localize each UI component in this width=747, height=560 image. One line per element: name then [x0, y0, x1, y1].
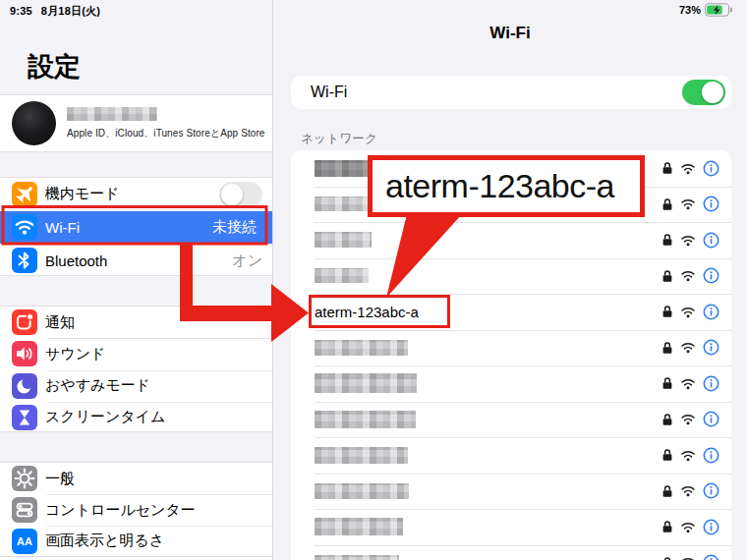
sidebar-group-general: 一般 コントロールセンター AA 画面表示と明るさ	[0, 462, 272, 560]
network-info-button[interactable]	[703, 267, 719, 284]
lock-icon	[661, 233, 673, 247]
wifi-network-row[interactable]	[291, 365, 731, 402]
network-info-button[interactable]	[703, 196, 719, 212]
network-row-icons	[661, 196, 719, 212]
wifi-signal-icon	[680, 413, 696, 425]
network-row-icons	[661, 160, 719, 177]
network-name-blurred	[315, 232, 372, 248]
network-info-button[interactable]	[703, 482, 719, 499]
network-info-button[interactable]	[703, 447, 719, 464]
network-row-icons	[661, 482, 719, 499]
sidebar-item-display-brightness[interactable]: AA 画面表示と明るさ	[0, 526, 272, 557]
network-name-blurred	[315, 447, 408, 464]
sidebar-item-label: 機内モード	[45, 185, 120, 203]
wifi-signal-icon	[680, 449, 696, 462]
lock-icon	[661, 341, 673, 355]
network-row-icons	[661, 304, 719, 320]
lock-icon	[661, 376, 673, 390]
network-name-blurred	[315, 411, 416, 428]
panel-title: Wi-Fi	[273, 24, 747, 43]
sidebar-group-connectivity: 機内モード Wi-Fi 未接続 Bluetooth オン	[0, 177, 272, 276]
wifi-network-row-named[interactable]: aterm-123abc-a	[291, 294, 731, 330]
wifi-signal-icon	[680, 234, 696, 247]
network-row-icons	[661, 554, 719, 560]
wifi-icon	[12, 214, 37, 240]
network-info-button[interactable]	[703, 339, 719, 356]
lock-icon	[661, 484, 673, 498]
network-row-icons	[661, 339, 719, 356]
wifi-signal-icon	[680, 377, 696, 390]
network-row-icons	[661, 411, 719, 427]
hourglass-icon	[12, 405, 37, 430]
control-center-icon	[12, 497, 37, 523]
network-info-button[interactable]	[703, 304, 719, 320]
sidebar-item-notifications[interactable]: 通知	[0, 307, 272, 338]
wifi-network-row[interactable]	[291, 509, 731, 545]
wifi-signal-icon	[680, 521, 696, 533]
wifi-network-row[interactable]	[291, 258, 731, 295]
wifi-network-row[interactable]	[291, 402, 731, 438]
status-date: 8月18日(火)	[41, 5, 100, 17]
sidebar-item-bluetooth[interactable]: Bluetooth オン	[0, 244, 272, 277]
lock-icon	[661, 197, 673, 211]
sidebar-item-label: 画面表示と明るさ	[45, 532, 164, 550]
wifi-toggle-row: Wi-Fi	[291, 76, 731, 109]
wifi-signal-icon	[680, 341, 696, 354]
wifi-network-row[interactable]	[291, 222, 731, 258]
network-info-button[interactable]	[703, 160, 719, 177]
sidebar-item-wifi[interactable]: Wi-Fi 未接続	[0, 211, 272, 245]
network-name-blurred	[315, 196, 370, 211]
wifi-network-row[interactable]	[291, 330, 731, 366]
network-name: aterm-123abc-a	[315, 304, 419, 320]
callout-text: aterm-123abc-a	[385, 167, 614, 205]
profile-subtitle: Apple ID、iCloud、iTunes StoreとApp Store	[67, 127, 265, 140]
lock-icon	[661, 413, 673, 426]
sidebar-item-screen-time[interactable]: スクリーンタイム	[0, 402, 272, 433]
wifi-signal-icon	[680, 306, 696, 318]
display-brightness-icon: AA	[12, 529, 37, 554]
network-name-blurred	[315, 268, 369, 283]
wifi-toggle[interactable]	[682, 80, 725, 105]
airplane-mode-toggle[interactable]	[219, 182, 262, 207]
bluetooth-status-value: オン	[232, 252, 262, 270]
wifi-signal-icon	[680, 484, 696, 497]
network-row-icons	[661, 375, 719, 392]
network-info-button[interactable]	[703, 411, 719, 427]
battery-percent: 73%	[679, 4, 701, 16]
wifi-network-row[interactable]	[291, 474, 731, 510]
wifi-network-row[interactable]	[291, 437, 731, 474]
network-info-button[interactable]	[703, 519, 719, 535]
apple-id-row[interactable]: Apple ID、iCloud、iTunes StoreとApp Store	[0, 94, 272, 152]
sidebar-item-label: おやすみモード	[45, 376, 150, 395]
sidebar-item-label: 一般	[45, 470, 75, 488]
network-name-callout: aterm-123abc-a	[368, 155, 645, 217]
bluetooth-icon	[12, 248, 37, 273]
lock-icon	[661, 269, 673, 283]
sidebar-item-do-not-disturb[interactable]: おやすみモード	[0, 370, 272, 402]
sidebar-item-sounds[interactable]: サウンド	[0, 338, 272, 369]
network-section-label: ネットワーク	[301, 131, 377, 147]
lock-icon	[661, 448, 673, 462]
sidebar-item-general[interactable]: 一般	[0, 463, 272, 494]
network-info-button[interactable]	[703, 232, 719, 249]
network-name-blurred	[315, 518, 403, 535]
wifi-network-row[interactable]	[291, 545, 731, 560]
network-row-icons	[661, 447, 719, 464]
network-info-button[interactable]	[703, 375, 719, 392]
gear-icon	[12, 466, 37, 491]
sounds-icon	[12, 341, 37, 366]
wifi-settings-panel: 73% Wi-Fi Wi-Fi ネットワーク aterm-123abc-a	[273, 0, 747, 560]
wifi-status-value: 未接続	[212, 218, 257, 237]
wifi-row-label: Wi-Fi	[311, 84, 347, 101]
status-time: 9:35	[10, 5, 32, 17]
battery-charging-icon	[705, 3, 734, 17]
network-name-blurred	[315, 483, 409, 499]
notifications-icon	[12, 309, 37, 335]
network-row-icons	[661, 519, 719, 535]
wifi-signal-icon	[680, 197, 696, 210]
sidebar-item-control-center[interactable]: コントロールセンター	[0, 494, 272, 526]
sidebar-item-airplane-mode[interactable]: 機内モード	[0, 178, 272, 211]
wifi-signal-icon	[680, 162, 696, 175]
network-info-button[interactable]	[703, 554, 719, 560]
sidebar-item-label: 通知	[45, 313, 75, 332]
